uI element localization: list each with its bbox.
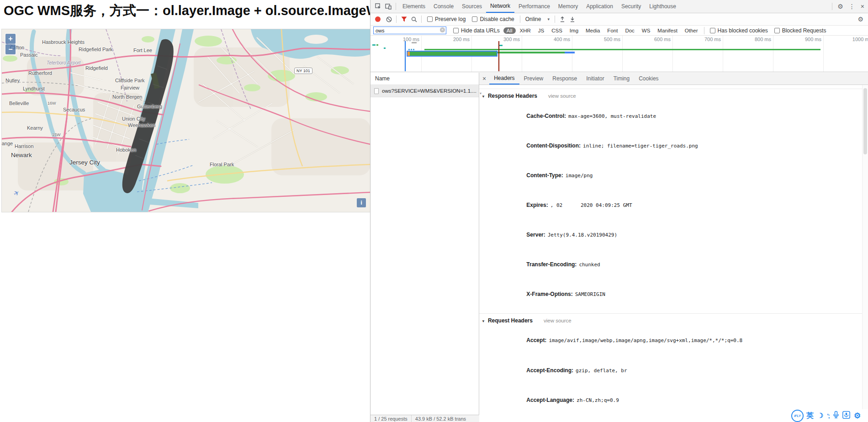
filter-type-pill[interactable]: WS (639, 27, 654, 34)
attribution-info-button[interactable]: i (357, 198, 366, 207)
ime-mic-icon[interactable] (833, 411, 839, 420)
map-place-label: Kearny (27, 125, 43, 131)
overview-selected-request (407, 51, 498, 57)
filter-funnel-icon[interactable] (399, 14, 409, 24)
map-place-label: 16W (48, 101, 56, 106)
network-main: Name ows?SERVICE=WMS&VERSION=1.1.... × (370, 73, 868, 422)
map-zoom-control: + − (5, 33, 16, 56)
filter-type-pill[interactable]: Media (582, 27, 603, 34)
blocked-requests-checkbox[interactable]: Blocked Requests (774, 27, 826, 34)
filter-type-pill[interactable]: CSS (548, 27, 566, 34)
filter-type-pill[interactable]: All (503, 27, 516, 34)
close-devtools-icon[interactable]: × (858, 3, 867, 10)
ime-punctuation-icon[interactable]: '; (827, 412, 829, 419)
filter-type-pill[interactable]: Other (682, 27, 701, 34)
filter-type-pill[interactable]: Font (604, 27, 621, 34)
overview-selected-waiting (408, 52, 410, 56)
ime-toolbar: iFLY 英 ☽ '; ⚙ (790, 409, 868, 422)
overview-early-mark (384, 47, 386, 49)
device-toolbar-icon[interactable] (383, 1, 393, 11)
scrollbar-thumb[interactable] (863, 88, 867, 154)
zoom-out-button[interactable]: − (5, 44, 16, 54)
network-settings-gear-icon[interactable]: ⚙ (855, 16, 866, 23)
header-value: gzip, deflate, br (576, 368, 627, 374)
devtools-tabbar-right: ⚙ ⋮ × (830, 3, 868, 10)
overview-request-line (424, 49, 820, 50)
header-section: ▼ Response Headers view source (479, 89, 862, 313)
devtools-tab[interactable]: Performance (514, 0, 554, 13)
disable-cache-checkbox[interactable]: Disable cache (472, 16, 514, 22)
details-tab[interactable]: Preview (519, 73, 548, 84)
ime-settings-icon[interactable]: ⚙ (854, 411, 861, 421)
throttling-dropdown[interactable]: Online ▾ (525, 16, 550, 22)
section-items: Cache-Control:max-age=3600, must-revalid… (479, 101, 862, 310)
preserve-log-label: Preserve log (435, 16, 466, 22)
chevron-down-icon: ▾ (547, 17, 550, 21)
network-toolbar: Preserve log Disable cache Online ▾ ⚙ (370, 13, 868, 26)
details-tab[interactable]: Response (548, 73, 582, 84)
request-row[interactable]: ows?SERVICE=WMS&VERSION=1.1.... (370, 85, 479, 97)
devtools-tab[interactable]: Application (582, 0, 617, 13)
devtools-tab[interactable]: Elements (398, 0, 429, 13)
header-name: Content-Type: (526, 172, 563, 179)
settings-gear-icon[interactable]: ⚙ (835, 3, 846, 10)
checkbox-box (453, 28, 459, 33)
view-source-link[interactable]: view source (548, 93, 576, 99)
request-details-panel: × HeadersPreviewResponseInitiatorTimingC… (479, 73, 868, 422)
name-column-header[interactable]: Name (370, 73, 479, 85)
details-tab[interactable]: Timing (609, 73, 635, 84)
devtools-tab[interactable]: Security (617, 0, 645, 13)
overview-dot-cluster (408, 49, 410, 50)
disclosure-triangle-icon: ▼ (482, 95, 485, 99)
ime-voice-panel-icon[interactable] (842, 411, 850, 421)
devtools-tab[interactable]: Network (486, 0, 514, 13)
section-header[interactable]: ▼ Request Headers view source (479, 316, 862, 326)
filter-type-pill[interactable]: Img (566, 27, 582, 34)
import-har-icon[interactable] (557, 14, 567, 24)
network-overview[interactable]: 100 ms200 ms300 ms400 ms500 ms600 ms700 … (370, 36, 868, 72)
details-tab[interactable]: Cookies (634, 73, 663, 84)
clear-icon[interactable] (384, 14, 394, 24)
devtools-tab[interactable]: Console (429, 0, 458, 13)
map-place-label: Rutherford (28, 70, 52, 76)
inspect-element-icon[interactable] (373, 1, 383, 11)
view-source-link[interactable]: view source (544, 318, 572, 323)
filter-type-pill[interactable]: Doc (622, 27, 637, 34)
ime-fullwidth-icon[interactable]: ☽ (817, 411, 823, 420)
filter-type-pill[interactable]: Manifest (654, 27, 680, 34)
record-button[interactable] (375, 16, 381, 22)
section-header[interactable]: ▼ Response Headers view source (479, 91, 862, 101)
close-details-icon[interactable]: × (479, 75, 489, 82)
header-line: X-Frame-Options:SAMEORIGIN (479, 280, 862, 310)
devtools-tab[interactable]: Sources (458, 0, 486, 13)
filter-type-pill[interactable]: JS (535, 27, 547, 34)
details-scrollbar[interactable] (862, 85, 868, 422)
export-har-icon[interactable] (567, 14, 577, 24)
details-tab[interactable]: Initiator (582, 73, 609, 84)
timeline-tick-label: 900 ms (773, 36, 824, 72)
transferred-size: 43.9 kB / 52.2 kB trans (412, 416, 470, 422)
openlayers-map[interactable]: Clifton Passaic Hasbrouck Heights Ridgef… (1, 29, 371, 212)
header-value: , 02 2020 04:09:25 GMT (550, 202, 632, 208)
zoom-in-button[interactable]: + (5, 34, 16, 44)
hide-data-urls-checkbox[interactable]: Hide data URLs (453, 27, 500, 34)
filter-input-wrap: × (373, 26, 446, 34)
more-options-icon[interactable]: ⋮ (846, 3, 858, 10)
has-blocked-cookies-checkbox[interactable]: Has blocked cookies (710, 27, 768, 34)
ime-logo[interactable]: iFLY (791, 410, 804, 422)
ime-language-toggle[interactable]: 英 (806, 411, 814, 421)
header-line: Content-Type:image/png (479, 161, 862, 190)
hide-data-urls-label: Hide data URLs (461, 27, 500, 34)
devtools-tab[interactable]: Lighthouse (645, 0, 680, 13)
details-tab[interactable]: Headers (489, 73, 519, 84)
preserve-log-checkbox[interactable]: Preserve log (427, 16, 466, 22)
filter-type-pill[interactable]: XHR (517, 27, 534, 34)
header-value: max-age=3600, must-revalidate (568, 113, 656, 119)
search-icon[interactable] (409, 14, 419, 24)
divider (555, 16, 555, 23)
divider (396, 3, 396, 10)
clear-filter-icon[interactable]: × (440, 27, 445, 32)
devtools-tab[interactable]: Memory (554, 0, 582, 13)
network-filter-input[interactable] (373, 26, 446, 34)
checkbox-box (710, 28, 715, 33)
